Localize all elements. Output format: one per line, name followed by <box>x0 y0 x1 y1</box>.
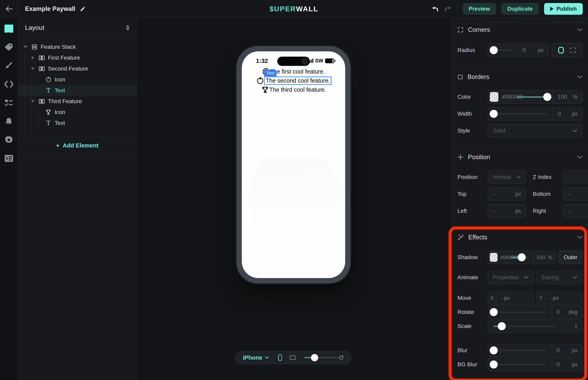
width-slider[interactable] <box>488 113 553 115</box>
caret-down-icon[interactable] <box>31 100 35 103</box>
zoom-slider[interactable] <box>304 357 339 358</box>
scale-slider-handle[interactable] <box>498 322 506 330</box>
color-swatch[interactable] <box>490 92 498 102</box>
chevron-down-icon[interactable] <box>577 75 582 78</box>
border-style-select[interactable]: Solid <box>488 124 582 137</box>
top-field[interactable]: –px <box>488 187 526 201</box>
width-label: Width <box>457 111 488 117</box>
phone-screen[interactable]: 1:32 SW The first cool feature. <box>242 51 345 278</box>
back-button[interactable] <box>0 0 19 18</box>
tree-item-text[interactable]: T Text <box>18 118 136 129</box>
animate-easing-select[interactable]: Easing <box>536 271 582 284</box>
duplicate-button[interactable]: Duplicate <box>501 3 539 15</box>
move-y-field[interactable]: Y –px <box>536 291 582 305</box>
shadow-opacity-slider[interactable] <box>507 257 533 258</box>
stack-icon <box>31 43 38 50</box>
add-element-button[interactable]: + Add Element <box>18 136 136 155</box>
scale-control: 1 <box>488 320 582 333</box>
shadow-color-swatch[interactable] <box>490 253 498 262</box>
left-field[interactable]: –px <box>488 204 526 218</box>
rotate-control: 0deg <box>488 305 582 319</box>
scale-slider[interactable] <box>488 326 561 327</box>
rotate-slider[interactable] <box>488 311 552 313</box>
move-x-field[interactable]: X –px <box>488 291 534 305</box>
bg-blur-control: 0px <box>488 358 582 371</box>
radius-slider[interactable] <box>488 50 518 51</box>
chevron-down-icon <box>265 356 269 359</box>
scale-value-field[interactable]: 1 <box>562 323 582 329</box>
width-value-field[interactable]: 0px <box>553 111 582 117</box>
sidebar-item-products[interactable] <box>4 43 14 52</box>
sort-icon[interactable] <box>126 25 130 30</box>
preview-button[interactable]: Preview <box>463 3 496 15</box>
terminal-icon <box>4 154 13 162</box>
rotate-slider-handle[interactable] <box>490 308 498 316</box>
edit-pencil-icon[interactable] <box>80 6 86 12</box>
tree-item-second-feature[interactable]: Second Feature <box>18 63 136 74</box>
caret-down-icon[interactable] <box>24 46 28 48</box>
sidebar-item-code[interactable] <box>4 80 14 89</box>
sidebar-item-console[interactable] <box>4 154 14 163</box>
section-title: Position <box>468 153 490 161</box>
bg-blur-slider-handle[interactable] <box>490 361 498 368</box>
sidebar-item-theme[interactable] <box>4 61 14 70</box>
blur-slider[interactable] <box>488 350 552 351</box>
color-hex-field[interactable]: #000000 <box>502 94 511 100</box>
radius-slider-handle[interactable] <box>490 46 498 54</box>
position-select[interactable]: Normal <box>488 171 526 184</box>
chevron-down-icon[interactable] <box>577 155 582 159</box>
rotate-label: Rotate <box>457 309 488 315</box>
opacity-value-field[interactable]: 100% <box>553 94 582 100</box>
feature-row-2-selected[interactable]: Text The second cool feature. <box>256 76 331 85</box>
opacity-slider[interactable] <box>511 96 553 98</box>
dynamic-island <box>277 57 310 66</box>
sidebar-item-notifications[interactable] <box>4 117 14 126</box>
feature-row-3[interactable]: The third cool feature. <box>261 85 326 94</box>
bg-blur-slider[interactable] <box>488 364 552 365</box>
tree-item-icon-trophy[interactable]: Icon <box>18 107 136 118</box>
shadow-hex-field[interactable]: #000000 <box>500 254 507 260</box>
tree-item-first-feature[interactable]: First Feature <box>18 52 136 63</box>
status-time: 1:32 <box>256 57 268 64</box>
color-label: Color <box>457 94 488 100</box>
caret-right-icon[interactable] <box>32 56 34 60</box>
caret-down-icon[interactable] <box>31 68 35 70</box>
tree-item-feature-stack[interactable]: Feature Stack <box>18 41 136 52</box>
tree-item-text-selected[interactable]: T Text <box>18 85 136 96</box>
chevron-down-icon[interactable] <box>577 236 582 239</box>
chevron-down-icon[interactable] <box>577 28 582 31</box>
radius-value-field[interactable]: 0px <box>518 47 548 53</box>
animate-properties-select[interactable]: Properties <box>488 271 534 284</box>
columns-icon <box>38 98 45 105</box>
sidebar-item-layout[interactable] <box>4 24 14 33</box>
zoom-slider-handle[interactable] <box>311 354 318 361</box>
landscape-mode-icon[interactable] <box>290 355 296 361</box>
blur-slider-handle[interactable] <box>490 346 498 354</box>
selected-element-outline[interactable]: Text The second cool feature. <box>264 76 331 85</box>
uniform-radius-icon[interactable] <box>558 47 564 54</box>
redo-icon[interactable] <box>444 5 452 13</box>
zindex-field[interactable] <box>563 171 588 184</box>
sidebar-item-rules[interactable] <box>4 98 14 107</box>
tree-item-icon-apple[interactable]: Icon <box>18 74 136 85</box>
refresh-icon[interactable] <box>339 354 344 361</box>
width-slider-handle[interactable] <box>490 110 498 118</box>
portrait-mode-icon[interactable] <box>278 354 282 362</box>
shadow-opacity-handle[interactable] <box>518 253 526 261</box>
right-field[interactable]: –px <box>563 204 588 218</box>
publish-button[interactable]: Publish <box>544 3 583 15</box>
shadow-opacity-field[interactable]: 100% <box>534 254 555 261</box>
opacity-slider-handle[interactable] <box>543 93 551 101</box>
individual-corners-icon[interactable] <box>570 47 576 53</box>
radius-label: Radius <box>457 47 488 53</box>
bg-blur-value-field[interactable]: 0px <box>552 361 582 368</box>
rotate-value-field[interactable]: 0deg <box>552 309 582 315</box>
sidebar-item-settings[interactable] <box>4 135 14 144</box>
device-select[interactable]: iPhone <box>243 354 269 361</box>
code-icon <box>4 81 14 88</box>
shadow-mode-button[interactable]: Outer <box>559 251 582 264</box>
tree-item-third-feature[interactable]: Third Feature <box>18 96 136 107</box>
undo-icon[interactable] <box>431 5 439 13</box>
blur-value-field[interactable]: 0px <box>552 347 582 354</box>
bottom-field[interactable]: –px <box>563 187 588 201</box>
